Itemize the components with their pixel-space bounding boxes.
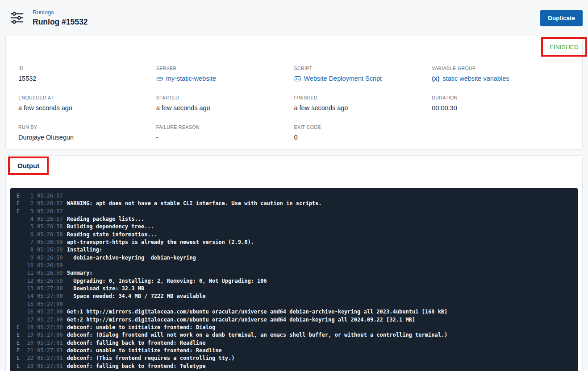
log-line: 14 05:27:00 Space needed: 34.4 MB / 7222… [10,293,578,300]
log-line-number: 7 [24,239,33,246]
field-value: a few seconds ago [18,104,156,112]
log-timestamp: 05:27:01 [37,355,63,362]
field-label: STARTED [156,95,294,100]
log-line-number: 19 [24,331,33,339]
log-timestamp: 05:27:01 [37,363,63,370]
field-label: ENQUEUED AT [18,95,156,100]
log-line-number: 4 [24,215,33,223]
detail-field: ID 15532 [18,66,156,82]
log-line-number: 16 [24,308,33,316]
log-message: Get:1 http://mirrors.digitalocean.com/ub… [67,308,448,316]
detail-field: RUN BY Durojaye Olusegun [18,124,156,141]
field-value: Durojaye Olusegun [18,133,156,141]
log-message: Summary: [67,269,93,277]
log-message: WARNING: apt does not have a stable CLI … [67,200,322,207]
detail-field: STARTED a few seconds ago [156,95,294,112]
log-message: Download size: 32.3 MB [67,285,144,293]
log-timestamp: 05:26:59 [37,269,63,277]
log-stderr-flag: E [17,324,22,331]
log-line-number: 15 [24,301,33,308]
log-timestamp: 05:27:00 [37,293,63,300]
log-stderr-flag: E [17,347,22,355]
field-value: 0 [294,133,432,141]
log-stderr-flag: E [17,200,22,207]
field-label: FAILURE REASON [156,124,294,130]
field-value: - [156,133,294,141]
server-icon [156,75,163,82]
log-message: Reading package lists... [67,215,144,223]
log-stderr-flag: E [17,355,22,362]
detail-field: FINISHED a few seconds ago [294,95,432,112]
log-line-number: 10 [24,262,33,269]
field-value[interactable]: my-static-website [156,74,294,82]
output-heading: Output [17,162,39,169]
breadcrumb-runlogs[interactable]: Runlogs [33,9,88,16]
log-stderr-flag [17,285,22,293]
log-message: Space needed: 34.4 MB / 7222 MB availabl… [67,293,206,300]
log-line-number: 17 [24,316,33,324]
log-stderr-flag: E [17,331,22,339]
log-message: Reading state information... [67,231,157,239]
output-annotation-box: Output [8,157,49,175]
topbar: Runlogs Runlog #15532 Duplicate [0,0,588,36]
log-line: E 2 05:26:57 WARNING: apt does not have … [10,200,578,207]
log-line-number: 2 [24,200,33,207]
log-message: debconf: falling back to frontend: Readl… [67,339,206,347]
log-message: debconf: (Dialog frontend will not work … [67,331,448,339]
duplicate-button[interactable]: Duplicate [540,10,583,26]
log-message: apt-transport-https is already the newes… [67,239,254,246]
log-message: debconf: falling back to frontend: Telet… [67,363,206,370]
log-line-number: 14 [24,293,33,300]
variable-group-icon: (x) [432,75,439,82]
log-timestamp: 05:27:01 [37,347,63,355]
field-value: a few seconds ago [156,104,294,112]
detail-field: ENQUEUED AT a few seconds ago [18,95,156,112]
log-message: Get:2 http://mirrors.digitalocean.com/ub… [67,316,415,324]
log-stderr-flag [17,308,22,316]
log-line: 12 05:26:59 Upgrading: 0, Installing: 2,… [10,277,578,285]
log-stderr-flag [17,215,22,223]
log-line: 6 05:26:58 Reading state information... [10,231,578,239]
log-stderr-flag [17,223,22,231]
log-stderr-flag: E [17,339,22,347]
log-stderr-flag: E [17,192,22,200]
log-line: E 3 05:26:57 [10,208,578,215]
log-stderr-flag [17,316,22,324]
log-line: E 21 05:27:01 debconf: unable to initial… [10,347,578,355]
output-card: Output E 1 05:26:57 E 2 05:26:57 WARNING… [5,155,583,371]
detail-field: VARIABLE GROUP (x)static website variabl… [432,66,570,82]
log-message: Installing: [67,246,102,254]
runlogs-sliders-icon [10,12,24,24]
log-line: 8 05:26:59 Installing: [10,246,578,254]
log-line-number: 9 [24,254,33,262]
log-stderr-flag: E [17,363,22,370]
log-timestamp: 05:26:59 [37,277,63,285]
field-label: DURATION [432,95,570,100]
field-value[interactable]: (x)static website variables [432,74,570,82]
log-line: 4 05:26:57 Reading package lists... [10,215,578,223]
log-line-number: 3 [24,208,33,215]
log-line-number: 11 [24,269,33,277]
terminal[interactable]: E 1 05:26:57 E 2 05:26:57 WARNING: apt d… [10,188,578,371]
log-timestamp: 05:27:00 [37,324,63,331]
log-line: E 23 05:27:01 debconf: falling back to f… [10,363,578,370]
details-grid: ID 15532 SERVER my-static-website SCRIPT… [6,36,582,153]
log-stderr-flag [17,254,22,262]
log-line: 7 05:26:59 apt-transport-https is alread… [10,239,578,246]
log-stderr-flag [17,246,22,254]
field-value: 15532 [18,74,156,82]
field-value[interactable]: Website Deployment Script [294,74,432,82]
detail-field: EXIT CODE 0 [294,124,432,141]
log-stderr-flag [17,239,22,246]
script-icon [294,75,301,82]
log-timestamp: 05:27:00 [37,285,63,293]
log-stderr-flag: E [17,208,22,215]
log-message: debian-archive-keyring debian-keyring [67,254,196,262]
log-line-number: 18 [24,324,33,331]
log-timestamp: 05:27:00 [37,308,63,316]
field-value: 00:00:30 [432,104,570,112]
log-message: debconf: unable to initialize frontend: … [67,324,215,331]
log-timestamp: 05:26:59 [37,239,63,246]
log-line-number: 12 [24,277,33,285]
log-line: 5 05:26:58 Building dependency tree... [10,223,578,231]
